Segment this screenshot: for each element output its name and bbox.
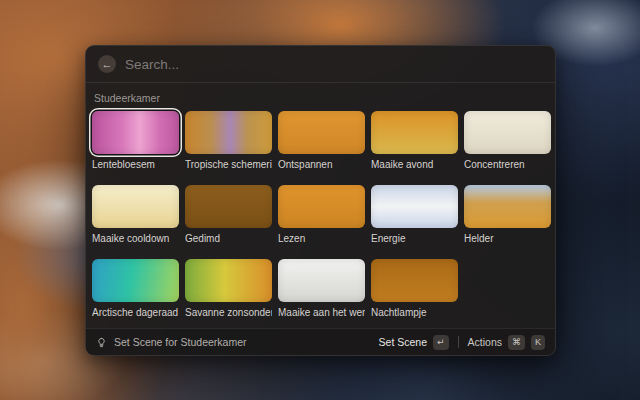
set-scene-action[interactable]: Set Scene — [379, 336, 427, 348]
scene-card[interactable]: Ontspannen — [278, 111, 365, 170]
scene-card[interactable]: Helder — [464, 185, 551, 244]
back-arrow-icon: ← — [102, 58, 113, 70]
scene-label: Maaike cooldown — [92, 233, 179, 244]
footer-status-label: Set Scene for Studeerkamer — [114, 336, 247, 348]
actions-button[interactable]: Actions — [468, 336, 502, 348]
lightbulb-icon — [96, 337, 107, 348]
scene-label: Arctische dageraad — [92, 307, 179, 318]
scene-thumbnail[interactable] — [371, 111, 458, 154]
scene-card[interactable]: Maaike aan het werk — [278, 259, 365, 318]
scene-card[interactable]: Arctische dageraad — [92, 259, 179, 318]
scene-label: Savanne zonsonderg… — [185, 307, 272, 318]
scene-card[interactable]: Lezen — [278, 185, 365, 244]
scene-card[interactable]: Savanne zonsonderg… — [185, 259, 272, 318]
desktop-wallpaper: ← Studeerkamer LentebloesemTropische sch… — [0, 0, 640, 400]
search-input[interactable] — [125, 57, 543, 72]
scene-card[interactable]: Nachtlampje — [371, 259, 458, 318]
scene-card[interactable]: Tropische schemering — [185, 111, 272, 170]
scene-thumbnail[interactable] — [92, 111, 179, 154]
scene-card[interactable]: Lentebloesem — [92, 111, 179, 170]
scene-thumbnail[interactable] — [278, 111, 365, 154]
footer-actions: Set Scene ↵ Actions ⌘ K — [379, 335, 545, 350]
scene-label: Ontspannen — [278, 159, 365, 170]
scene-thumbnail[interactable] — [371, 259, 458, 302]
scene-label: Gedimd — [185, 233, 272, 244]
scene-grid: LentebloesemTropische schemeringOntspann… — [92, 111, 549, 318]
scene-picker-window: ← Studeerkamer LentebloesemTropische sch… — [85, 45, 556, 356]
scene-thumbnail[interactable] — [92, 185, 179, 228]
back-button[interactable]: ← — [98, 55, 116, 73]
scene-label: Energie — [371, 233, 458, 244]
footer-status: Set Scene for Studeerkamer — [96, 336, 247, 348]
scene-label: Lezen — [278, 233, 365, 244]
scene-thumbnail[interactable] — [278, 185, 365, 228]
scene-label: Concentreren — [464, 159, 551, 170]
scene-label: Helder — [464, 233, 551, 244]
scene-thumbnail[interactable] — [371, 185, 458, 228]
k-key-icon: K — [531, 335, 545, 350]
scene-label: Lentebloesem — [92, 159, 179, 170]
scene-thumbnail[interactable] — [92, 259, 179, 302]
scene-card[interactable]: Energie — [371, 185, 458, 244]
scene-card[interactable]: Concentreren — [464, 111, 551, 170]
scene-card[interactable]: Gedimd — [185, 185, 272, 244]
scene-thumbnail[interactable] — [185, 185, 272, 228]
scene-thumbnail[interactable] — [464, 111, 551, 154]
scene-thumbnail[interactable] — [464, 185, 551, 228]
search-bar: ← — [86, 46, 555, 83]
scene-thumbnail[interactable] — [185, 111, 272, 154]
scene-label: Nachtlampje — [371, 307, 458, 318]
scene-label: Maaike aan het werk — [278, 307, 365, 318]
scene-label: Maaike avond — [371, 159, 458, 170]
section-title: Studeerkamer — [94, 92, 549, 104]
footer-divider — [458, 336, 459, 348]
scene-card[interactable]: Maaike avond — [371, 111, 458, 170]
scene-card[interactable]: Maaike cooldown — [92, 185, 179, 244]
scene-thumbnail[interactable] — [278, 259, 365, 302]
action-bar: Set Scene for Studeerkamer Set Scene ↵ A… — [86, 328, 555, 355]
scene-thumbnail[interactable] — [185, 259, 272, 302]
scene-list: Studeerkamer LentebloesemTropische schem… — [86, 83, 555, 328]
scene-label: Tropische schemering — [185, 159, 272, 170]
cmd-key-icon: ⌘ — [508, 335, 525, 350]
enter-key-icon: ↵ — [433, 335, 449, 350]
